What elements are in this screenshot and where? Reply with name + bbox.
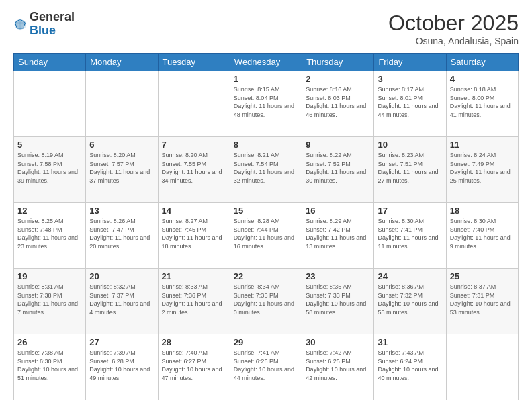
table-row: 3Sunrise: 8:17 AM Sunset: 8:01 PM Daylig… xyxy=(374,71,446,137)
table-row: 17Sunrise: 8:30 AM Sunset: 7:41 PM Dayli… xyxy=(374,203,446,269)
day-info: Sunrise: 8:19 AM Sunset: 7:58 PM Dayligh… xyxy=(17,151,82,185)
day-number: 30 xyxy=(306,337,370,347)
day-number: 7 xyxy=(162,140,226,150)
table-row: 29Sunrise: 7:41 AM Sunset: 6:26 PM Dayli… xyxy=(230,334,302,400)
day-info: Sunrise: 8:31 AM Sunset: 7:38 PM Dayligh… xyxy=(17,283,82,316)
table-row: 22Sunrise: 8:34 AM Sunset: 7:35 PM Dayli… xyxy=(230,269,302,334)
header-friday: Friday xyxy=(374,54,446,71)
header-thursday: Thursday xyxy=(302,54,374,71)
table-row: 19Sunrise: 8:31 AM Sunset: 7:38 PM Dayli… xyxy=(14,269,86,334)
day-info: Sunrise: 7:40 AM Sunset: 6:27 PM Dayligh… xyxy=(162,349,226,382)
table-row: 18Sunrise: 8:30 AM Sunset: 7:40 PM Dayli… xyxy=(446,203,518,269)
table-row: 30Sunrise: 7:42 AM Sunset: 6:25 PM Dayli… xyxy=(302,334,374,400)
day-number: 2 xyxy=(306,74,370,84)
day-info: Sunrise: 8:18 AM Sunset: 8:00 PM Dayligh… xyxy=(450,85,515,119)
table-row: 6Sunrise: 8:20 AM Sunset: 7:57 PM Daylig… xyxy=(86,137,158,203)
day-info: Sunrise: 8:35 AM Sunset: 7:33 PM Dayligh… xyxy=(306,283,370,316)
header-sunday: Sunday xyxy=(14,54,86,71)
day-number: 17 xyxy=(378,205,442,216)
day-info: Sunrise: 8:24 AM Sunset: 7:49 PM Dayligh… xyxy=(450,151,515,185)
day-number: 28 xyxy=(162,337,226,347)
table-row: 9Sunrise: 8:22 AM Sunset: 7:52 PM Daylig… xyxy=(302,137,374,203)
day-info: Sunrise: 7:39 AM Sunset: 6:28 PM Dayligh… xyxy=(89,349,154,382)
calendar-week-1: 1Sunrise: 8:15 AM Sunset: 8:04 PM Daylig… xyxy=(14,71,519,137)
table-row: 2Sunrise: 8:16 AM Sunset: 8:03 PM Daylig… xyxy=(302,71,374,137)
day-number: 14 xyxy=(162,205,226,216)
day-info: Sunrise: 8:25 AM Sunset: 7:48 PM Dayligh… xyxy=(17,217,82,250)
table-row: 11Sunrise: 8:24 AM Sunset: 7:49 PM Dayli… xyxy=(446,137,518,203)
day-number: 31 xyxy=(378,337,442,347)
day-number: 29 xyxy=(234,337,298,347)
day-info: Sunrise: 8:23 AM Sunset: 7:51 PM Dayligh… xyxy=(378,151,442,185)
header: General Blue October 2025 Osuna, Andalus… xyxy=(13,11,519,46)
day-info: Sunrise: 8:15 AM Sunset: 8:04 PM Dayligh… xyxy=(234,85,298,119)
day-info: Sunrise: 8:20 AM Sunset: 7:57 PM Dayligh… xyxy=(89,151,154,185)
table-row: 12Sunrise: 8:25 AM Sunset: 7:48 PM Dayli… xyxy=(14,203,86,269)
day-number: 3 xyxy=(378,74,442,84)
table-row: 1Sunrise: 8:15 AM Sunset: 8:04 PM Daylig… xyxy=(230,71,302,137)
day-info: Sunrise: 7:38 AM Sunset: 6:30 PM Dayligh… xyxy=(17,349,82,382)
day-number: 22 xyxy=(234,271,298,281)
logo-text-block: General Blue xyxy=(30,11,75,38)
day-number: 5 xyxy=(17,140,82,150)
table-row: 13Sunrise: 8:26 AM Sunset: 7:47 PM Dayli… xyxy=(86,203,158,269)
day-info: Sunrise: 8:17 AM Sunset: 8:01 PM Dayligh… xyxy=(378,85,442,119)
day-info: Sunrise: 8:16 AM Sunset: 8:03 PM Dayligh… xyxy=(306,85,370,119)
month-title: October 2025 xyxy=(388,11,519,36)
calendar-week-4: 19Sunrise: 8:31 AM Sunset: 7:38 PM Dayli… xyxy=(14,269,519,334)
table-row: 5Sunrise: 8:19 AM Sunset: 7:58 PM Daylig… xyxy=(14,137,86,203)
header-wednesday: Wednesday xyxy=(230,54,302,71)
table-row: 14Sunrise: 8:27 AM Sunset: 7:45 PM Dayli… xyxy=(158,203,230,269)
page: General Blue October 2025 Osuna, Andalus… xyxy=(0,0,532,411)
day-number: 10 xyxy=(378,140,442,150)
day-number: 26 xyxy=(17,337,82,347)
day-info: Sunrise: 8:29 AM Sunset: 7:42 PM Dayligh… xyxy=(306,217,370,250)
day-number: 16 xyxy=(306,205,370,216)
day-number: 25 xyxy=(450,271,515,281)
table-row: 26Sunrise: 7:38 AM Sunset: 6:30 PM Dayli… xyxy=(14,334,86,400)
day-number: 13 xyxy=(89,205,154,216)
location: Osuna, Andalusia, Spain xyxy=(388,36,519,46)
day-number: 12 xyxy=(17,205,82,216)
day-number: 24 xyxy=(378,271,442,281)
table-row xyxy=(14,71,86,137)
day-info: Sunrise: 7:42 AM Sunset: 6:25 PM Dayligh… xyxy=(306,349,370,382)
table-row: 24Sunrise: 8:36 AM Sunset: 7:32 PM Dayli… xyxy=(374,269,446,334)
day-info: Sunrise: 8:33 AM Sunset: 7:36 PM Dayligh… xyxy=(162,283,226,316)
day-info: Sunrise: 8:21 AM Sunset: 7:54 PM Dayligh… xyxy=(234,151,298,185)
day-info: Sunrise: 8:28 AM Sunset: 7:44 PM Dayligh… xyxy=(234,217,298,250)
day-number: 21 xyxy=(162,271,226,281)
day-info: Sunrise: 8:22 AM Sunset: 7:52 PM Dayligh… xyxy=(306,151,370,185)
day-number: 23 xyxy=(306,271,370,281)
calendar-week-3: 12Sunrise: 8:25 AM Sunset: 7:48 PM Dayli… xyxy=(14,203,519,269)
day-info: Sunrise: 8:32 AM Sunset: 7:37 PM Dayligh… xyxy=(89,283,154,316)
title-section: October 2025 Osuna, Andalusia, Spain xyxy=(388,11,519,46)
table-row: 27Sunrise: 7:39 AM Sunset: 6:28 PM Dayli… xyxy=(86,334,158,400)
day-info: Sunrise: 8:37 AM Sunset: 7:31 PM Dayligh… xyxy=(450,283,515,316)
logo: General Blue xyxy=(13,11,75,38)
day-info: Sunrise: 8:36 AM Sunset: 7:32 PM Dayligh… xyxy=(378,283,442,316)
day-number: 9 xyxy=(306,140,370,150)
table-row xyxy=(158,71,230,137)
day-info: Sunrise: 8:20 AM Sunset: 7:55 PM Dayligh… xyxy=(162,151,226,185)
day-number: 19 xyxy=(17,271,82,281)
logo-general: General xyxy=(30,10,75,24)
day-info: Sunrise: 8:34 AM Sunset: 7:35 PM Dayligh… xyxy=(234,283,298,316)
day-info: Sunrise: 8:27 AM Sunset: 7:45 PM Dayligh… xyxy=(162,217,226,250)
logo-blue: Blue xyxy=(30,24,56,37)
day-number: 1 xyxy=(234,74,298,84)
table-row: 10Sunrise: 8:23 AM Sunset: 7:51 PM Dayli… xyxy=(374,137,446,203)
table-row xyxy=(86,71,158,137)
table-row: 23Sunrise: 8:35 AM Sunset: 7:33 PM Dayli… xyxy=(302,269,374,334)
header-monday: Monday xyxy=(86,54,158,71)
calendar-header-row: Sunday Monday Tuesday Wednesday Thursday… xyxy=(14,54,519,71)
header-saturday: Saturday xyxy=(446,54,518,71)
day-info: Sunrise: 8:30 AM Sunset: 7:40 PM Dayligh… xyxy=(450,217,515,250)
table-row xyxy=(446,334,518,400)
table-row: 7Sunrise: 8:20 AM Sunset: 7:55 PM Daylig… xyxy=(158,137,230,203)
day-info: Sunrise: 8:26 AM Sunset: 7:47 PM Dayligh… xyxy=(89,217,154,250)
table-row: 8Sunrise: 8:21 AM Sunset: 7:54 PM Daylig… xyxy=(230,137,302,203)
table-row: 31Sunrise: 7:43 AM Sunset: 6:24 PM Dayli… xyxy=(374,334,446,400)
table-row: 15Sunrise: 8:28 AM Sunset: 7:44 PM Dayli… xyxy=(230,203,302,269)
day-info: Sunrise: 7:43 AM Sunset: 6:24 PM Dayligh… xyxy=(378,349,442,382)
